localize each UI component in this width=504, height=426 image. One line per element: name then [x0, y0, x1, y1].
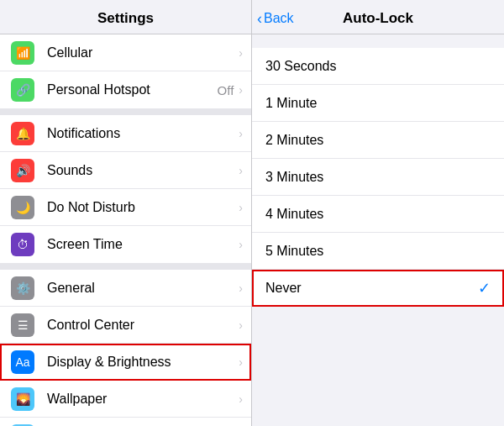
display-brightness-icon: Aa	[11, 350, 34, 374]
icon-wrap-personal-hotspot: 🔗	[7, 74, 39, 106]
display-brightness-label: Display & Brightness	[47, 355, 237, 370]
chevron-icon: ›	[239, 46, 243, 60]
icon-wrap-sounds: 🔊	[7, 155, 39, 187]
cellular-icon: 📶	[11, 41, 34, 65]
settings-row-screen-time[interactable]: ⏱ Screen Time ›	[0, 226, 251, 263]
never-label: Never	[265, 281, 478, 296]
settings-group-2: ⚙️ General › ☰ Control Center › Aa Displ…	[0, 263, 251, 426]
settings-row-control-center[interactable]: ☰ Control Center ›	[0, 307, 251, 344]
screen-time-icon: ⏱	[11, 233, 34, 256]
settings-row-general[interactable]: ⚙️ General ›	[0, 270, 251, 307]
do-not-disturb-icon: 🌙	[11, 196, 34, 219]
chevron-icon: ›	[239, 318, 243, 332]
icon-wrap-display-brightness: Aa	[7, 346, 39, 378]
autolock-row-1-minute[interactable]: 1 Minute	[252, 85, 504, 122]
autolock-row-2-minutes[interactable]: 2 Minutes	[252, 122, 504, 159]
personal-hotspot-icon: 🔗	[11, 78, 34, 102]
personal-hotspot-value: Off	[218, 83, 234, 97]
settings-row-wallpaper[interactable]: 🌄 Wallpaper ›	[0, 381, 251, 418]
settings-row-display-brightness[interactable]: Aa Display & Brightness ›	[0, 344, 251, 381]
icon-wrap-do-not-disturb: 🌙	[7, 192, 39, 224]
control-center-label: Control Center	[47, 318, 237, 333]
settings-row-personal-hotspot[interactable]: 🔗 Personal Hotspot Off ›	[0, 71, 251, 108]
left-panel-title: Settings	[97, 10, 154, 26]
autolock-group: 30 Seconds 1 Minute 2 Minutes 3 Minutes …	[252, 48, 504, 307]
settings-row-cellular[interactable]: 📶 Cellular ›	[0, 34, 251, 71]
icon-wrap-siri-search: 🎙	[7, 420, 39, 427]
cellular-label: Cellular	[47, 45, 237, 60]
checkmark-icon: ✓	[478, 279, 491, 297]
autolock-row-never[interactable]: Never ✓	[252, 270, 504, 307]
autolock-title: Auto-Lock	[343, 10, 413, 27]
control-center-icon: ☰	[11, 313, 34, 337]
icon-wrap-general: ⚙️	[7, 272, 39, 304]
general-icon: ⚙️	[11, 276, 34, 300]
autolock-row-4-minutes[interactable]: 4 Minutes	[252, 196, 504, 233]
settings-row-do-not-disturb[interactable]: 🌙 Do Not Disturb ›	[0, 189, 251, 226]
autolock-row-30-seconds[interactable]: 30 Seconds	[252, 48, 504, 85]
chevron-icon: ›	[239, 127, 243, 140]
icon-wrap-screen-time: ⏱	[7, 229, 39, 260]
chevron-icon: ›	[239, 164, 243, 177]
sounds-label: Sounds	[47, 163, 237, 178]
autolock-list: 30 Seconds 1 Minute 2 Minutes 3 Minutes …	[252, 34, 504, 426]
sounds-icon: 🔊	[11, 159, 34, 182]
settings-list: 📶 Cellular › 🔗 Personal Hotspot Off › 🔔 …	[0, 34, 251, 426]
notifications-icon: 🔔	[11, 122, 34, 145]
4-minutes-label: 4 Minutes	[265, 207, 491, 222]
icon-wrap-cellular: 📶	[7, 37, 39, 69]
back-label: Back	[264, 11, 294, 26]
1-minute-label: 1 Minute	[265, 96, 491, 111]
chevron-icon: ›	[239, 392, 243, 406]
2-minutes-label: 2 Minutes	[265, 133, 491, 148]
settings-group-0: 📶 Cellular › 🔗 Personal Hotspot Off ›	[0, 34, 251, 108]
chevron-icon: ›	[239, 281, 243, 295]
notifications-label: Notifications	[47, 126, 237, 141]
settings-row-sounds[interactable]: 🔊 Sounds ›	[0, 152, 251, 189]
30-seconds-label: 30 Seconds	[265, 59, 491, 74]
general-label: General	[47, 281, 237, 296]
icon-wrap-notifications: 🔔	[7, 118, 39, 150]
right-header: ‹ Back Auto-Lock	[252, 0, 504, 34]
icon-wrap-control-center: ☰	[7, 309, 39, 341]
autolock-row-3-minutes[interactable]: 3 Minutes	[252, 159, 504, 196]
back-chevron-icon: ‹	[257, 10, 262, 28]
settings-group-1: 🔔 Notifications › 🔊 Sounds › 🌙 Do Not Di…	[0, 108, 251, 263]
do-not-disturb-label: Do Not Disturb	[47, 200, 237, 215]
left-panel: Settings 📶 Cellular › 🔗 Personal Hotspot…	[0, 0, 252, 426]
chevron-icon: ›	[239, 201, 243, 214]
screen-time-label: Screen Time	[47, 237, 237, 252]
left-panel-header: Settings	[0, 0, 251, 34]
settings-row-notifications[interactable]: 🔔 Notifications ›	[0, 115, 251, 152]
icon-wrap-wallpaper: 🌄	[7, 383, 39, 415]
3-minutes-label: 3 Minutes	[265, 170, 491, 185]
wallpaper-icon: 🌄	[11, 387, 34, 411]
personal-hotspot-label: Personal Hotspot	[47, 82, 218, 97]
settings-row-siri-search[interactable]: 🎙 Siri & Search ›	[0, 418, 251, 426]
back-button[interactable]: ‹ Back	[257, 10, 294, 28]
autolock-row-5-minutes[interactable]: 5 Minutes	[252, 233, 504, 270]
chevron-icon: ›	[239, 355, 243, 369]
chevron-icon: ›	[239, 238, 243, 251]
right-panel: ‹ Back Auto-Lock 30 Seconds 1 Minute 2 M…	[252, 0, 504, 426]
chevron-icon: ›	[239, 83, 243, 97]
5-minutes-label: 5 Minutes	[265, 244, 491, 259]
wallpaper-label: Wallpaper	[47, 392, 237, 407]
